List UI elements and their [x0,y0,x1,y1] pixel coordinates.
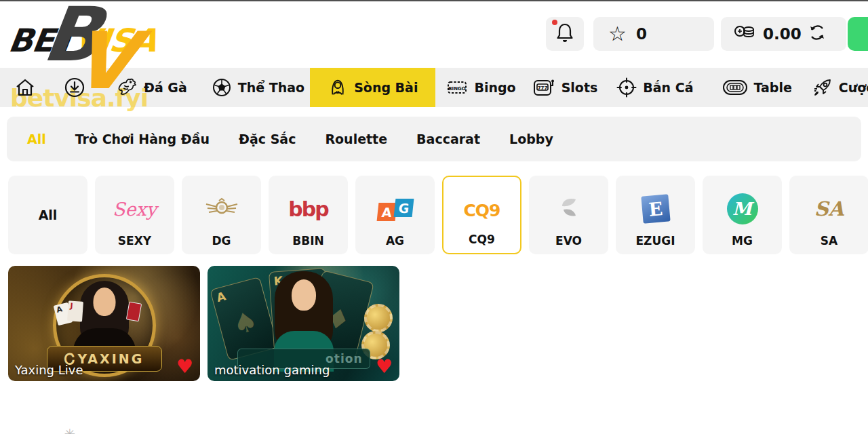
coins-icon [733,23,756,45]
svg-text:BINGO: BINGO [449,86,467,92]
provider-label: DG [182,234,261,248]
game-card-yaxing-live[interactable]: A J ᏟYAXING Yaxing Live ♥ [8,266,200,381]
provider-tile-bbin[interactable]: bbp BBIN [269,176,348,254]
provider-tile-sexy[interactable]: Sexy SEXY [95,176,174,254]
sexy-logo: Sexy [113,199,157,220]
motivation-banner-text: otion [326,352,362,366]
soccer-ball-icon [212,77,232,98]
yaxing-banner-text: YAXING [77,351,144,366]
notification-badge [552,20,557,25]
dealer-icon [328,77,348,98]
ezugi-logo: E [641,194,670,223]
dealer-face [93,288,115,316]
star-icon: ☆ [608,24,627,44]
subnav-item-roulette[interactable]: Roulette [325,132,387,146]
bingo-icon: BINGO [446,77,468,98]
provider-label: CQ9 [443,233,520,246]
provider-tile-ag[interactable]: A G AG [355,176,435,254]
refresh-icon[interactable] [808,24,826,44]
spade-pip: ♠ [229,304,261,341]
nav-label: Bắn Cá [643,80,693,95]
provider-tile-all[interactable]: All [8,176,87,254]
provider-label: EVO [529,234,608,248]
ag-logo: A G [355,188,435,230]
nav-item-ban-ca[interactable]: Bắn Cá [616,77,693,98]
provider-label: BBIN [269,234,348,248]
provider-tile-sa[interactable]: SA SA [789,176,868,254]
provider-label: EZUGI [616,234,695,248]
subnav-item-tro-choi-hang-dau[interactable]: Trò Chơi Hàng Đầu [75,132,210,146]
heart-favorite-icon[interactable]: ♥ [376,353,393,380]
provider-label: SEXY [95,234,174,248]
login-button[interactable] [848,17,868,51]
playing-card-decor: J [67,300,83,321]
mg-logo: M [727,193,758,224]
svg-text:777: 777 [537,85,547,91]
balance-widget[interactable]: 0.00 [721,17,846,51]
evo-leaf-logo [555,195,583,223]
provider-tile-cq9[interactable]: CQ9 CQ9 [442,176,521,254]
game-card-motivation-gaming[interactable]: A ♠ K ♠ ♦ otion motivation gaming ♥ [208,266,399,381]
provider-label: MG [703,234,782,248]
subnav-item-dac-sac[interactable]: Đặc Sắc [239,132,296,146]
provider-tile-dg[interactable]: DG [182,176,261,254]
game-title: motivation gaming [214,363,330,377]
nav-label: Slots [561,80,598,95]
betvisa-logo[interactable]: BETVISA B V [9,7,192,108]
partial-icon: ✳ [61,427,79,434]
target-icon [616,77,637,98]
balance-amount: 0.00 [763,25,802,43]
nav-item-the-thao[interactable]: Thể Thao [212,77,304,98]
dealer-face [292,279,316,311]
provider-tile-ezugi[interactable]: E EZUGI [616,176,695,254]
notifications-button[interactable] [546,17,584,51]
bell-icon [555,22,575,46]
provider-tile-evo[interactable]: EVO [529,176,608,254]
nav-item-cuoc-sieu[interactable]: Cược Siêu [812,77,868,98]
cq9-logo: CQ9 [464,201,500,220]
provider-tile-mg[interactable]: M MG [703,176,782,254]
nav-label: Cược Siêu [839,80,868,95]
nav-label: Bingo [474,80,515,95]
page-top-border [0,0,868,1]
nav-label: Thể Thao [238,80,304,95]
logo-monogram-v: V [68,22,140,100]
subnav-item-baccarat[interactable]: Baccarat [416,132,480,146]
subnav-item-lobby[interactable]: Lobby [509,132,553,146]
nav-label: Sòng Bài [354,80,418,95]
provider-filter-row: All Sexy SEXY DG bbp BBIN A G AG CQ9 CQ9… [8,176,868,254]
card-rank: A [215,289,227,304]
sa-logo: SA [814,197,844,220]
poker-chip-decor [364,304,393,332]
nav-item-table[interactable]: Table [722,78,792,97]
ag-logo-g: G [393,199,414,217]
dg-crest-logo [204,197,239,220]
bbin-logo: bbp [288,197,328,221]
slot-machine-icon: 777 [532,77,555,98]
nav-label: Table [754,80,792,95]
provider-label: AG [355,234,435,248]
nav-item-slots[interactable]: 777 Slots [532,77,598,98]
table-icon [722,78,748,97]
category-subnav: All Trò Chơi Hàng Đầu Đặc Sắc Roulette B… [7,117,861,161]
game-title: Yaxing Live [15,363,83,377]
subnav-item-all[interactable]: All [27,132,46,146]
nav-item-bingo[interactable]: BINGO Bingo [446,77,515,98]
favorites-widget[interactable]: ☆ 0 [593,17,714,51]
provider-label: All [8,176,87,254]
provider-label: SA [789,234,868,248]
heart-favorite-icon[interactable]: ♥ [176,353,193,380]
favorites-count: 0 [636,25,647,43]
nav-item-song-bai[interactable]: Sòng Bài [310,68,435,107]
game-grid: A J ᏟYAXING Yaxing Live ♥ A ♠ K ♠ ♦ otio… [8,266,399,381]
rocket-icon [812,77,833,98]
